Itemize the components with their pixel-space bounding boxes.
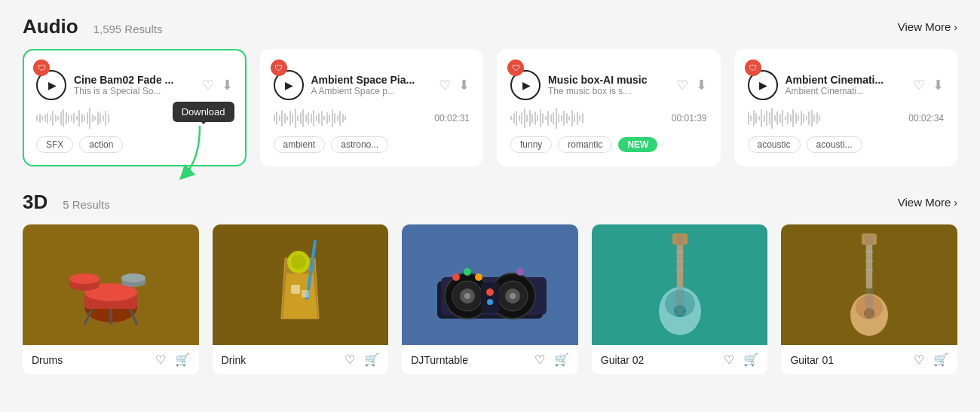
wbar — [510, 116, 512, 121]
heart-icon-guitar2[interactable]: ♡ — [724, 352, 734, 367]
audio-section-header: Audio 1,595 Results View More › — [23, 15, 957, 38]
cart-icon-drums[interactable]: 🛒 — [175, 352, 190, 367]
wbar — [748, 111, 749, 125]
download-icon-1[interactable]: ⬇ — [222, 77, 233, 93]
tag-acousti[interactable]: acousti... — [807, 136, 862, 153]
tag-romantic[interactable]: romantic — [558, 136, 612, 153]
wbar — [84, 115, 85, 121]
wbar — [300, 112, 302, 124]
duration-2: 00:02:31 — [434, 113, 470, 124]
heart-icon-drums[interactable]: ♡ — [155, 352, 166, 367]
threed-card-drums[interactable]: Drums ♡ 🛒 — [23, 224, 199, 374]
audio-subtitle-1: This is a Special So... — [74, 86, 194, 96]
audio-actions-3: ♡ ⬇ — [676, 77, 707, 93]
svg-point-13 — [291, 255, 306, 270]
shield-badge-2: 🛡 — [271, 60, 287, 76]
wbar — [55, 114, 57, 122]
shield-icon: 🛡 — [274, 63, 283, 72]
wbar — [568, 116, 570, 121]
wbar — [792, 109, 794, 127]
wbar — [534, 111, 536, 125]
threed-card-drink[interactable]: Drink ♡ 🛒 — [213, 224, 389, 374]
heart-icon-2[interactable]: ♡ — [439, 77, 451, 93]
wbar — [73, 113, 75, 124]
threed-cards-container: Drums ♡ 🛒 — [23, 224, 957, 374]
wbar — [345, 116, 346, 121]
wbar — [808, 111, 810, 125]
wbar — [556, 108, 557, 129]
wbar — [329, 114, 330, 122]
tag-acoustic[interactable]: acoustic — [748, 136, 801, 153]
page: Audio 1,595 Results View More › 🛡 Downlo… — [0, 0, 980, 389]
svg-point-31 — [464, 268, 471, 276]
audio-title-1: Cine Bam02 Fade ... — [74, 74, 194, 86]
wbar — [87, 112, 88, 124]
svg-rect-46 — [676, 270, 684, 271]
tag-action[interactable]: action — [79, 136, 123, 153]
threed-image-guitar2 — [592, 224, 768, 345]
chevron-right-icon: › — [954, 21, 957, 33]
threed-card-guitar1[interactable]: Guitar 01 ♡ 🛒 — [781, 224, 957, 374]
heart-icon-drink[interactable]: ♡ — [345, 352, 355, 367]
cart-icon-drink[interactable]: 🛒 — [364, 352, 379, 367]
threed-actions-guitar2: ♡ 🛒 — [724, 352, 758, 367]
cart-icon-guitar2[interactable]: 🛒 — [743, 352, 758, 367]
audio-tags-2: ambient astrono... — [274, 136, 470, 153]
tag-new[interactable]: NEW — [618, 137, 657, 152]
wbar — [57, 116, 59, 121]
wbar — [776, 111, 778, 125]
wbar — [766, 111, 767, 126]
download-icon-3[interactable]: ⬇ — [696, 77, 707, 93]
heart-icon-1[interactable]: ♡ — [202, 77, 214, 93]
wbar — [44, 114, 46, 122]
tag-astrono[interactable]: astrono... — [331, 136, 388, 153]
wbar — [813, 114, 815, 122]
tag-funny[interactable]: funny — [510, 136, 552, 153]
wbar — [323, 116, 325, 121]
waveform-bars-3 — [510, 108, 583, 129]
tag-ambient[interactable]: ambient — [274, 136, 326, 153]
svg-point-5 — [69, 273, 100, 284]
threed-view-more[interactable]: View More › — [898, 196, 957, 209]
play-icon-3: ▶ — [522, 79, 531, 91]
audio-view-more[interactable]: View More › — [898, 20, 957, 33]
wbar — [811, 110, 813, 127]
drums-illustration — [62, 243, 160, 326]
audio-tags-1: SFX action — [36, 136, 233, 153]
shield-icon: 🛡 — [38, 63, 46, 72]
audio-tags-4: acoustic acousti... — [748, 136, 945, 153]
audio-info-4: Ambient Cinemati... Ambient Cinemati... — [786, 74, 906, 96]
drink-illustration — [270, 236, 330, 334]
heart-icon-4[interactable]: ♡ — [913, 77, 925, 93]
svg-rect-16 — [302, 290, 309, 298]
wbar — [755, 113, 757, 124]
threed-card-guitar2[interactable]: Guitar 02 ♡ 🛒 — [592, 224, 768, 374]
wbar — [531, 114, 533, 123]
wbar — [542, 113, 544, 124]
wbar — [342, 114, 344, 123]
wbar — [103, 115, 104, 121]
wbar — [274, 114, 275, 122]
svg-point-33 — [516, 268, 524, 276]
wbar — [750, 115, 752, 121]
download-tooltip: Download — [173, 102, 234, 122]
svg-point-26 — [510, 293, 516, 299]
heart-icon-3[interactable]: ♡ — [676, 77, 688, 93]
tag-sfx[interactable]: SFX — [36, 136, 73, 153]
cart-icon-turntable[interactable]: 🛒 — [554, 352, 569, 367]
wbar — [279, 115, 280, 121]
wbar — [313, 110, 314, 127]
svg-rect-44 — [676, 251, 684, 252]
download-icon-4[interactable]: ⬇ — [933, 77, 944, 93]
wbar — [50, 115, 51, 121]
heart-icon-turntable[interactable]: ♡ — [534, 352, 545, 367]
wbar — [308, 111, 309, 125]
heart-icon-guitar1[interactable]: ♡ — [914, 352, 924, 367]
threed-card-turntable[interactable]: DJTurntable ♡ 🛒 — [402, 224, 578, 374]
cart-icon-guitar1[interactable]: 🛒 — [933, 352, 948, 367]
threed-image-drums — [23, 224, 199, 345]
download-icon-2[interactable]: ⬇ — [458, 77, 470, 93]
audio-title: Audio — [23, 15, 78, 38]
wbar — [76, 116, 78, 121]
threed-section-header: 3D 5 Results View More › — [23, 191, 957, 214]
